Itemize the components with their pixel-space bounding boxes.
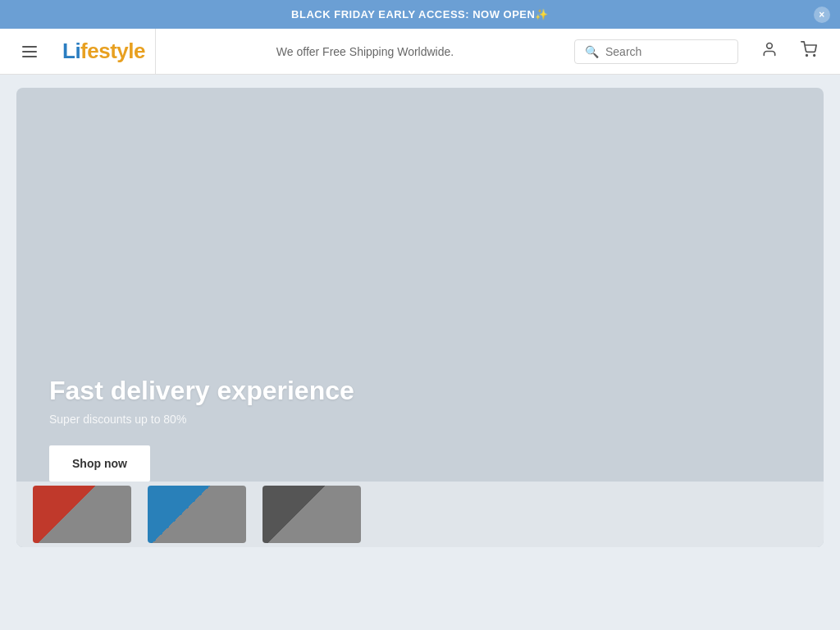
banner-close-button[interactable]: × (814, 7, 830, 23)
user-account-button[interactable] (751, 34, 788, 70)
banner-text: BLACK FRIDAY EARLY ACCESS: NOW OPEN✨ (291, 8, 549, 21)
shipping-banner-text: We offer Free Shipping Worldwide. (162, 45, 568, 58)
main-content: Fast delivery experience Super discounts… (0, 75, 840, 560)
cart-button[interactable] (791, 34, 827, 70)
logo-part2: festyle (80, 39, 145, 63)
top-banner: BLACK FRIDAY EARLY ACCESS: NOW OPEN✨ × (0, 0, 840, 29)
cart-icon (801, 41, 817, 62)
shop-now-button[interactable]: Shop now (49, 445, 150, 482)
product-thumbnail-1[interactable] (33, 486, 131, 543)
search-bar[interactable]: 🔍 (574, 39, 738, 64)
user-icon (761, 41, 778, 62)
svg-point-1 (806, 55, 808, 57)
hamburger-icon (22, 46, 37, 57)
logo-part1: Li (62, 39, 80, 63)
hero-subtitle: Super discounts up to 80% (49, 413, 354, 426)
logo: Lifestyle (62, 39, 145, 64)
header-icons (751, 34, 827, 70)
svg-point-0 (767, 43, 773, 49)
header: Lifestyle We offer Free Shipping Worldwi… (0, 29, 840, 75)
product-thumbnail-3[interactable] (262, 486, 361, 543)
product-thumbnail-2[interactable] (148, 486, 246, 543)
menu-button[interactable] (13, 35, 46, 68)
search-input[interactable] (605, 45, 728, 58)
svg-point-2 (814, 55, 815, 57)
hero-banner: Fast delivery experience Super discounts… (16, 88, 824, 547)
hero-text-area: Fast delivery experience Super discounts… (49, 376, 354, 482)
hero-title: Fast delivery experience (49, 376, 354, 406)
product-strip (16, 482, 824, 547)
logo-area[interactable]: Lifestyle (52, 29, 156, 74)
search-icon: 🔍 (585, 45, 599, 58)
close-icon: × (819, 9, 825, 21)
